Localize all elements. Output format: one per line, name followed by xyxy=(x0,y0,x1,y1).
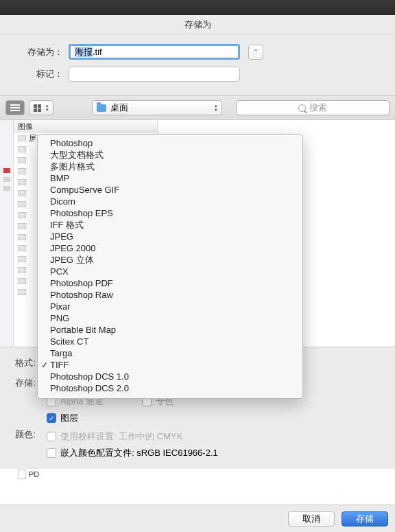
column-header[interactable]: 图像 xyxy=(14,120,157,132)
file-item-pdf[interactable]: PD xyxy=(14,469,157,480)
format-option[interactable]: PCX xyxy=(38,266,302,277)
file-thumb-icon xyxy=(18,146,26,152)
pdf-icon xyxy=(18,470,26,479)
view-list-button[interactable] xyxy=(5,100,25,115)
format-option[interactable]: Photoshop xyxy=(38,137,302,149)
file-thumb-icon xyxy=(18,256,26,262)
search-input[interactable]: 搜索 xyxy=(236,100,390,115)
thumbnail[interactable] xyxy=(3,186,10,191)
file-name: PD xyxy=(29,470,39,478)
format-option[interactable]: Dicom xyxy=(38,196,302,207)
location-select[interactable]: 桌面 ▴▾ xyxy=(92,100,222,115)
color-group-label: 颜色: xyxy=(11,428,41,441)
grid-icon xyxy=(34,104,41,112)
format-option[interactable]: JPEG 2000 xyxy=(38,242,302,254)
format-option[interactable]: 大型文档格式 xyxy=(38,149,302,161)
format-option[interactable]: Photoshop Raw xyxy=(38,289,302,301)
format-option[interactable]: Photoshop EPS xyxy=(38,207,302,219)
save-as-header: 存储为： 海报.tif ⌃ 标记： xyxy=(0,34,395,95)
file-thumb-icon xyxy=(18,201,26,207)
thumbnail-strip xyxy=(0,120,14,347)
filename-input[interactable]: 海报.tif xyxy=(69,44,240,60)
window-titlebar xyxy=(0,0,395,15)
tags-label: 标记： xyxy=(11,68,69,80)
icc-checkbox[interactable] xyxy=(47,448,56,458)
proof-checkbox xyxy=(47,432,56,441)
finder-toolbar: ▴▾ 桌面 ▴▾ 搜索 xyxy=(0,95,395,120)
format-option[interactable]: PNG xyxy=(38,312,302,324)
format-option[interactable]: 多图片格式 xyxy=(38,161,302,172)
format-option[interactable]: Photoshop PDF xyxy=(38,277,302,289)
file-thumb-icon xyxy=(18,289,26,295)
action-bar: 取消 存储 xyxy=(0,505,395,532)
file-thumb-icon xyxy=(18,278,26,284)
file-thumb-icon xyxy=(18,157,26,163)
file-thumb-icon xyxy=(18,168,26,174)
format-option[interactable]: Targa xyxy=(38,347,302,359)
thumbnail[interactable] xyxy=(3,168,10,173)
location-name: 桌面 xyxy=(110,102,128,114)
chevron-updown-icon: ▴▾ xyxy=(215,104,217,112)
format-option[interactable]: Scitex CT xyxy=(38,336,302,347)
folder-icon xyxy=(97,104,106,112)
file-thumb-icon xyxy=(18,245,26,251)
chevron-updown-icon: ▴▾ xyxy=(46,104,49,112)
format-option[interactable]: TIFF xyxy=(38,359,302,371)
layers-label: 图层 xyxy=(60,412,78,424)
save-as-label: 存储为： xyxy=(11,46,69,58)
file-thumb-icon xyxy=(18,179,26,185)
format-option[interactable]: Pixar xyxy=(38,301,302,312)
format-option[interactable]: IFF 格式 xyxy=(38,219,302,231)
sheet-title: 存储为 xyxy=(0,15,395,34)
search-placeholder: 搜索 xyxy=(309,102,327,114)
format-option[interactable]: CompuServe GIF xyxy=(38,184,302,196)
save-button[interactable]: 存储 xyxy=(342,511,388,527)
search-icon xyxy=(298,104,306,112)
format-option[interactable]: Portable Bit Map xyxy=(38,324,302,336)
file-thumb-icon xyxy=(18,267,26,273)
filename-base: 海报 xyxy=(75,47,93,57)
file-thumb-icon xyxy=(18,190,26,196)
layers-checkbox[interactable]: ✓ xyxy=(47,413,56,423)
cancel-button[interactable]: 取消 xyxy=(288,511,335,527)
thumbnail[interactable] xyxy=(3,177,10,182)
collapse-chevron-button[interactable]: ⌃ xyxy=(248,45,263,60)
format-option[interactable]: Photoshop DCS 1.0 xyxy=(38,371,302,382)
file-thumb-icon xyxy=(18,135,26,141)
view-grid-button[interactable]: ▴▾ xyxy=(29,100,53,115)
chevron-up-icon: ⌃ xyxy=(253,48,259,56)
icc-label: 嵌入颜色配置文件: sRGB IEC61966-2.1 xyxy=(60,447,218,459)
format-dropdown[interactable]: Photoshop大型文档格式多图片格式BMPCompuServe GIFDic… xyxy=(37,134,303,399)
list-icon xyxy=(10,104,20,111)
format-option[interactable]: JPEG 立体 xyxy=(38,254,302,266)
proof-label: 使用校样设置: 工作中的 CMYK xyxy=(60,430,182,443)
file-thumb-icon xyxy=(18,212,26,218)
file-thumb-icon xyxy=(18,223,26,229)
format-option[interactable]: JPEG xyxy=(38,231,302,242)
format-option[interactable]: BMP xyxy=(38,172,302,184)
filename-ext: .tif xyxy=(93,47,102,57)
format-option[interactable]: Photoshop DCS 2.0 xyxy=(38,382,302,394)
tags-input[interactable] xyxy=(69,67,240,82)
file-thumb-icon xyxy=(18,234,26,240)
